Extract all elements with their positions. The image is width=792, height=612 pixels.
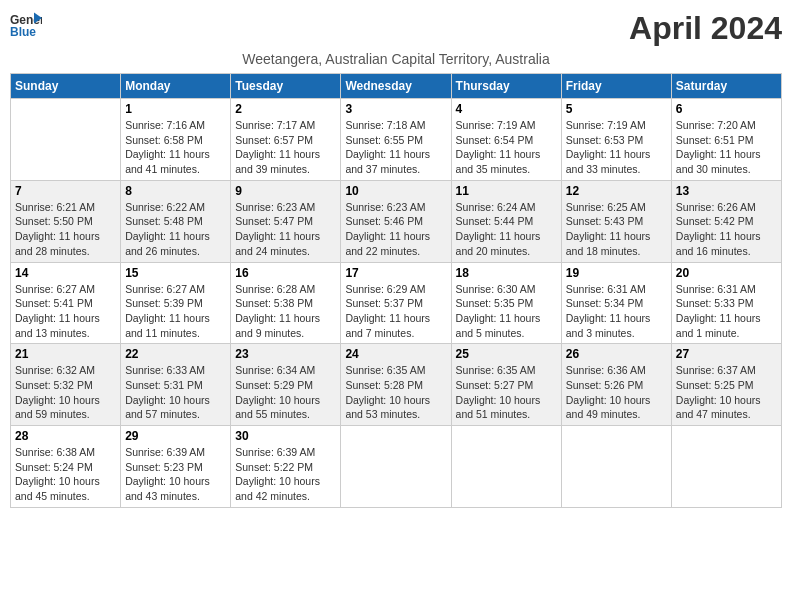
day-info: Sunrise: 6:34 AM Sunset: 5:29 PM Dayligh… [235, 363, 336, 422]
day-number: 15 [125, 266, 226, 280]
calendar-week-row: 1Sunrise: 7:16 AM Sunset: 6:58 PM Daylig… [11, 99, 782, 181]
calendar-cell: 15Sunrise: 6:27 AM Sunset: 5:39 PM Dayli… [121, 262, 231, 344]
day-info: Sunrise: 6:28 AM Sunset: 5:38 PM Dayligh… [235, 282, 336, 341]
title-area: April 2024 [629, 10, 782, 47]
day-info: Sunrise: 6:27 AM Sunset: 5:39 PM Dayligh… [125, 282, 226, 341]
calendar-cell: 22Sunrise: 6:33 AM Sunset: 5:31 PM Dayli… [121, 344, 231, 426]
day-info: Sunrise: 6:30 AM Sunset: 5:35 PM Dayligh… [456, 282, 557, 341]
weekday-header-row: SundayMondayTuesdayWednesdayThursdayFrid… [11, 74, 782, 99]
calendar-cell: 26Sunrise: 6:36 AM Sunset: 5:26 PM Dayli… [561, 344, 671, 426]
day-number: 16 [235, 266, 336, 280]
day-info: Sunrise: 6:23 AM Sunset: 5:47 PM Dayligh… [235, 200, 336, 259]
day-number: 13 [676, 184, 777, 198]
calendar-cell: 30Sunrise: 6:39 AM Sunset: 5:22 PM Dayli… [231, 426, 341, 508]
day-number: 5 [566, 102, 667, 116]
weekday-header-sunday: Sunday [11, 74, 121, 99]
logo: General Blue [10, 10, 46, 42]
calendar-cell: 8Sunrise: 6:22 AM Sunset: 5:48 PM Daylig… [121, 180, 231, 262]
calendar-cell: 23Sunrise: 6:34 AM Sunset: 5:29 PM Dayli… [231, 344, 341, 426]
day-number: 26 [566, 347, 667, 361]
day-info: Sunrise: 6:37 AM Sunset: 5:25 PM Dayligh… [676, 363, 777, 422]
calendar-cell: 6Sunrise: 7:20 AM Sunset: 6:51 PM Daylig… [671, 99, 781, 181]
calendar-cell: 17Sunrise: 6:29 AM Sunset: 5:37 PM Dayli… [341, 262, 451, 344]
day-info: Sunrise: 6:24 AM Sunset: 5:44 PM Dayligh… [456, 200, 557, 259]
calendar-week-row: 28Sunrise: 6:38 AM Sunset: 5:24 PM Dayli… [11, 426, 782, 508]
day-info: Sunrise: 6:39 AM Sunset: 5:22 PM Dayligh… [235, 445, 336, 504]
calendar-week-row: 21Sunrise: 6:32 AM Sunset: 5:32 PM Dayli… [11, 344, 782, 426]
calendar-cell: 11Sunrise: 6:24 AM Sunset: 5:44 PM Dayli… [451, 180, 561, 262]
day-info: Sunrise: 6:22 AM Sunset: 5:48 PM Dayligh… [125, 200, 226, 259]
day-info: Sunrise: 7:16 AM Sunset: 6:58 PM Dayligh… [125, 118, 226, 177]
weekday-header-wednesday: Wednesday [341, 74, 451, 99]
weekday-header-monday: Monday [121, 74, 231, 99]
day-number: 3 [345, 102, 446, 116]
subtitle: Weetangera, Australian Capital Territory… [10, 51, 782, 67]
calendar-cell: 25Sunrise: 6:35 AM Sunset: 5:27 PM Dayli… [451, 344, 561, 426]
day-info: Sunrise: 6:21 AM Sunset: 5:50 PM Dayligh… [15, 200, 116, 259]
logo-icon: General Blue [10, 10, 42, 42]
day-number: 10 [345, 184, 446, 198]
day-number: 6 [676, 102, 777, 116]
day-info: Sunrise: 7:17 AM Sunset: 6:57 PM Dayligh… [235, 118, 336, 177]
calendar-cell [11, 99, 121, 181]
day-info: Sunrise: 6:32 AM Sunset: 5:32 PM Dayligh… [15, 363, 116, 422]
day-info: Sunrise: 6:35 AM Sunset: 5:27 PM Dayligh… [456, 363, 557, 422]
month-title: April 2024 [629, 10, 782, 47]
calendar-cell: 9Sunrise: 6:23 AM Sunset: 5:47 PM Daylig… [231, 180, 341, 262]
calendar-cell: 21Sunrise: 6:32 AM Sunset: 5:32 PM Dayli… [11, 344, 121, 426]
calendar-cell: 27Sunrise: 6:37 AM Sunset: 5:25 PM Dayli… [671, 344, 781, 426]
day-number: 1 [125, 102, 226, 116]
day-info: Sunrise: 6:31 AM Sunset: 5:34 PM Dayligh… [566, 282, 667, 341]
calendar-cell: 10Sunrise: 6:23 AM Sunset: 5:46 PM Dayli… [341, 180, 451, 262]
day-number: 29 [125, 429, 226, 443]
calendar-cell: 16Sunrise: 6:28 AM Sunset: 5:38 PM Dayli… [231, 262, 341, 344]
day-number: 20 [676, 266, 777, 280]
svg-text:Blue: Blue [10, 25, 36, 39]
weekday-header-tuesday: Tuesday [231, 74, 341, 99]
calendar-cell: 2Sunrise: 7:17 AM Sunset: 6:57 PM Daylig… [231, 99, 341, 181]
day-info: Sunrise: 6:31 AM Sunset: 5:33 PM Dayligh… [676, 282, 777, 341]
day-number: 25 [456, 347, 557, 361]
day-info: Sunrise: 6:25 AM Sunset: 5:43 PM Dayligh… [566, 200, 667, 259]
calendar-cell [341, 426, 451, 508]
day-number: 19 [566, 266, 667, 280]
page-header: General Blue April 2024 [10, 10, 782, 47]
calendar-cell: 24Sunrise: 6:35 AM Sunset: 5:28 PM Dayli… [341, 344, 451, 426]
calendar-cell: 7Sunrise: 6:21 AM Sunset: 5:50 PM Daylig… [11, 180, 121, 262]
calendar-cell [561, 426, 671, 508]
day-info: Sunrise: 7:18 AM Sunset: 6:55 PM Dayligh… [345, 118, 446, 177]
weekday-header-thursday: Thursday [451, 74, 561, 99]
calendar-cell: 5Sunrise: 7:19 AM Sunset: 6:53 PM Daylig… [561, 99, 671, 181]
calendar-cell: 29Sunrise: 6:39 AM Sunset: 5:23 PM Dayli… [121, 426, 231, 508]
day-number: 4 [456, 102, 557, 116]
calendar-cell: 14Sunrise: 6:27 AM Sunset: 5:41 PM Dayli… [11, 262, 121, 344]
day-number: 14 [15, 266, 116, 280]
day-number: 23 [235, 347, 336, 361]
calendar-cell: 19Sunrise: 6:31 AM Sunset: 5:34 PM Dayli… [561, 262, 671, 344]
day-number: 24 [345, 347, 446, 361]
day-info: Sunrise: 6:39 AM Sunset: 5:23 PM Dayligh… [125, 445, 226, 504]
calendar-cell: 1Sunrise: 7:16 AM Sunset: 6:58 PM Daylig… [121, 99, 231, 181]
day-info: Sunrise: 6:33 AM Sunset: 5:31 PM Dayligh… [125, 363, 226, 422]
calendar-cell: 3Sunrise: 7:18 AM Sunset: 6:55 PM Daylig… [341, 99, 451, 181]
day-number: 7 [15, 184, 116, 198]
day-info: Sunrise: 7:19 AM Sunset: 6:54 PM Dayligh… [456, 118, 557, 177]
calendar-cell [451, 426, 561, 508]
day-number: 17 [345, 266, 446, 280]
day-number: 2 [235, 102, 336, 116]
weekday-header-friday: Friday [561, 74, 671, 99]
calendar-cell: 12Sunrise: 6:25 AM Sunset: 5:43 PM Dayli… [561, 180, 671, 262]
day-info: Sunrise: 6:29 AM Sunset: 5:37 PM Dayligh… [345, 282, 446, 341]
day-info: Sunrise: 6:35 AM Sunset: 5:28 PM Dayligh… [345, 363, 446, 422]
calendar-cell: 28Sunrise: 6:38 AM Sunset: 5:24 PM Dayli… [11, 426, 121, 508]
day-number: 9 [235, 184, 336, 198]
day-number: 28 [15, 429, 116, 443]
calendar-cell: 20Sunrise: 6:31 AM Sunset: 5:33 PM Dayli… [671, 262, 781, 344]
day-number: 18 [456, 266, 557, 280]
calendar-week-row: 14Sunrise: 6:27 AM Sunset: 5:41 PM Dayli… [11, 262, 782, 344]
day-info: Sunrise: 7:19 AM Sunset: 6:53 PM Dayligh… [566, 118, 667, 177]
day-number: 22 [125, 347, 226, 361]
day-info: Sunrise: 7:20 AM Sunset: 6:51 PM Dayligh… [676, 118, 777, 177]
day-number: 11 [456, 184, 557, 198]
day-number: 12 [566, 184, 667, 198]
